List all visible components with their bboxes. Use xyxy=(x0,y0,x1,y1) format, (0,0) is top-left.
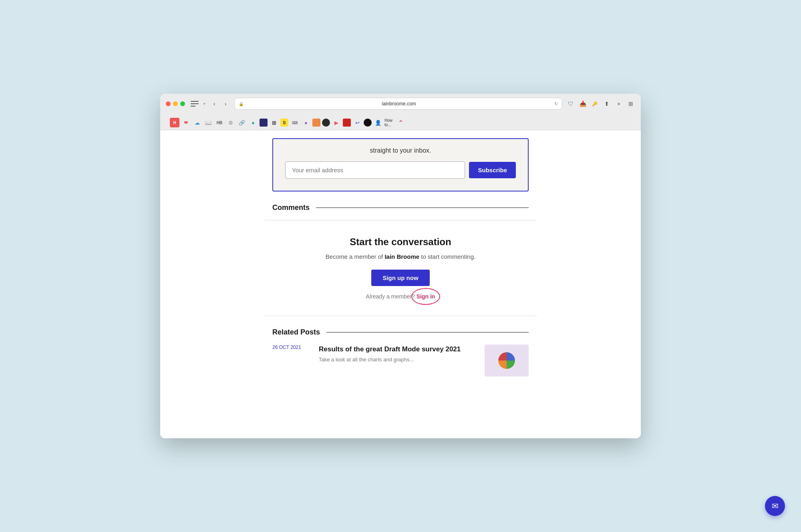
sign-up-button[interactable]: Sign up now xyxy=(371,270,429,286)
email-row: Subscribe xyxy=(285,161,516,179)
bookmark-dark-square[interactable] xyxy=(260,119,268,127)
maximize-button[interactable] xyxy=(180,101,185,106)
already-member-row: Already a member? Sign in xyxy=(272,293,529,300)
sign-up-wrapper: Sign up now xyxy=(272,270,529,293)
lock-icon: 🔒 xyxy=(239,102,244,106)
sidebar-toggle-arrow: ▾ xyxy=(203,102,205,106)
bookmark-avatar[interactable]: 👤 xyxy=(373,118,383,127)
bookmark-grid[interactable]: ⊞ xyxy=(269,118,279,127)
site-name: Iain Broome xyxy=(384,253,419,260)
subscribe-box: straight to your inbox. Subscribe xyxy=(272,138,529,191)
address-bar[interactable]: 🔒 iainbroome.com ↻ xyxy=(234,98,562,110)
bookmark-text-editor[interactable]: ⌨ xyxy=(290,118,300,127)
title-bar: ▾ ‹ › 🔒 iainbroome.com ↻ 🛡 📥 🔑 ⬆ + ⊞ xyxy=(160,94,641,130)
comments-header: Comments xyxy=(272,204,529,212)
bookmark-arrow[interactable]: ↩ xyxy=(352,118,362,127)
shield-icon[interactable]: 🛡 xyxy=(566,99,575,108)
nav-arrows: ‹ › xyxy=(209,99,230,109)
post-date-col: 26 OCT 2021 xyxy=(272,345,312,353)
toolbar-right: 🛡 📥 🔑 ⬆ + ⊞ xyxy=(566,99,635,108)
bookmark-how-to[interactable]: How to... xyxy=(384,118,394,127)
bookmarks-bar: H ❤ ☁ 📖 HB ⚙ 🔗 ● ⊞ S ⌨ ● ▶ ↩ 👤 How to...… xyxy=(166,116,635,130)
related-post-item: 26 OCT 2021 Results of the great Draft M… xyxy=(272,345,529,377)
conversation-title: Start the conversation xyxy=(272,236,529,248)
post-date: 26 OCT 2021 xyxy=(272,345,312,350)
bookmark-red-square[interactable] xyxy=(343,119,351,127)
grid-icon[interactable]: ⊞ xyxy=(626,99,635,108)
download-icon[interactable]: 📥 xyxy=(578,99,587,108)
traffic-lights xyxy=(166,101,185,106)
post-content-col: Results of the great Draft Mode survey 2… xyxy=(319,345,478,363)
bookmark-yellow-s[interactable]: S xyxy=(280,119,288,127)
minimize-button[interactable] xyxy=(173,101,178,106)
conversation-section: Start the conversation Become a member o… xyxy=(264,220,537,316)
post-title[interactable]: Results of the great Draft Mode survey 2… xyxy=(319,345,478,354)
subscribe-section: straight to your inbox. Subscribe xyxy=(264,130,537,191)
bookmark-settings[interactable]: ⚙ xyxy=(226,118,235,127)
url-text: iainbroome.com xyxy=(247,101,551,107)
bookmark-black-circle[interactable] xyxy=(364,119,372,127)
extension-icon[interactable]: 🔑 xyxy=(590,99,599,108)
already-member-text: Already a member? xyxy=(366,293,415,300)
bookmark-orange-square[interactable] xyxy=(312,119,320,127)
bookmark-purple-circle[interactable]: ● xyxy=(301,118,311,127)
bookmark-hb[interactable]: HB xyxy=(215,118,224,127)
sign-in-link[interactable]: Sign in xyxy=(417,293,435,300)
sidebar-toggle[interactable] xyxy=(191,101,199,107)
related-posts-section: Related Posts 26 OCT 2021 Results of the… xyxy=(264,316,537,389)
subscribe-button[interactable]: Subscribe xyxy=(469,162,516,178)
subtitle-prefix: Become a member of xyxy=(326,253,385,260)
related-posts-title: Related Posts xyxy=(272,328,320,337)
bookmark-dark-hat[interactable] xyxy=(322,119,330,127)
bookmark-h[interactable]: H xyxy=(170,118,179,127)
new-tab-icon[interactable]: + xyxy=(614,99,623,108)
browser-window: ▾ ‹ › 🔒 iainbroome.com ↻ 🛡 📥 🔑 ⬆ + ⊞ xyxy=(160,94,641,438)
bookmark-book[interactable]: 📖 xyxy=(203,118,213,127)
post-excerpt: Take a look at all the charts and graphs… xyxy=(319,357,478,363)
share-icon[interactable]: ⬆ xyxy=(602,99,611,108)
back-button[interactable]: ‹ xyxy=(209,99,219,109)
comments-section: Comments xyxy=(264,191,537,220)
post-thumbnail xyxy=(485,345,529,377)
comments-line xyxy=(316,208,529,208)
email-fab[interactable]: ✉ xyxy=(765,496,785,516)
conversation-subtitle: Become a member of Iain Broome to start … xyxy=(272,253,529,260)
related-posts-line xyxy=(326,332,529,333)
comments-title: Comments xyxy=(272,204,310,212)
bookmark-green-circle[interactable]: ● xyxy=(248,118,258,127)
forward-button[interactable]: › xyxy=(221,99,230,109)
related-posts-header: Related Posts xyxy=(272,328,529,337)
sign-in-circle-wrapper: Sign in xyxy=(417,293,435,300)
bookmark-red-chevron[interactable]: ⌃ xyxy=(396,118,405,127)
page-content: straight to your inbox. Subscribe Commen… xyxy=(160,130,641,438)
reload-icon[interactable]: ↻ xyxy=(554,101,558,107)
subtitle-suffix: to start commenting. xyxy=(419,253,475,260)
subscribe-headline: straight to your inbox. xyxy=(285,147,516,154)
bookmark-pocket[interactable]: ❤ xyxy=(181,118,191,127)
bookmark-youtube[interactable]: ▶ xyxy=(332,118,341,127)
pie-chart xyxy=(497,351,517,371)
bookmark-cloud[interactable]: ☁ xyxy=(192,118,202,127)
bookmark-link[interactable]: 🔗 xyxy=(237,118,247,127)
close-button[interactable] xyxy=(166,101,171,106)
email-input[interactable] xyxy=(285,161,465,179)
